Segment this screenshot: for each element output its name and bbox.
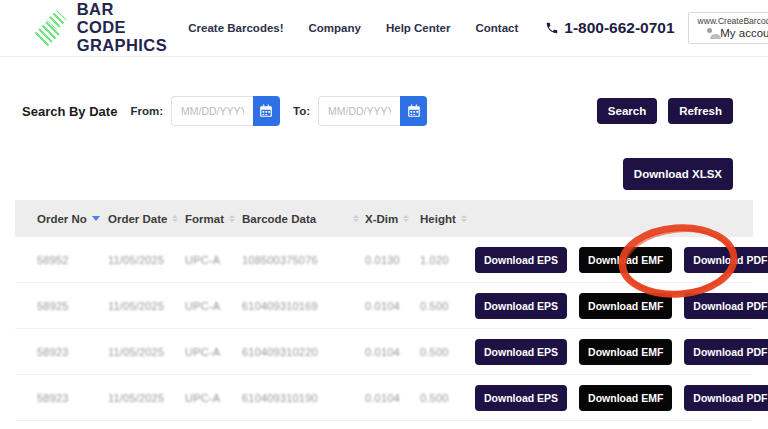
column-header-order-no[interactable]: Order No: [37, 213, 108, 225]
download-xlsx-button[interactable]: Download XLSX: [623, 158, 733, 190]
to-date-group: [318, 96, 427, 126]
download-pdf-button[interactable]: Download PDF: [684, 293, 768, 319]
sort-icon: [461, 215, 467, 223]
table-header-row: Order No Order Date Format Barcode Data …: [15, 200, 753, 237]
nav-help-center[interactable]: Help Center: [386, 22, 451, 34]
sort-icon: [229, 215, 235, 223]
format-cell: UPC-A: [185, 346, 242, 358]
x-dim-cell: 0.0130: [365, 254, 420, 266]
search-by-date-label: Search By Date: [22, 104, 117, 119]
order-no-cell: 58923: [37, 346, 108, 358]
column-header-x-dim[interactable]: X-Dim: [365, 213, 420, 225]
to-calendar-button[interactable]: [400, 96, 427, 126]
search-button[interactable]: Search: [597, 98, 657, 124]
height-cell: 0.500: [420, 300, 472, 312]
download-emf-button[interactable]: Download EMF: [579, 339, 672, 365]
table-row: 58923 11/05/2025 UPC-A 610409310190 0.01…: [15, 375, 753, 421]
download-pdf-button[interactable]: Download PDF: [684, 247, 768, 273]
row-actions: Download EPS Download EMF Download PDF: [472, 293, 768, 319]
table-row: 58952 11/05/2025 UPC-A 108500375076 0.01…: [15, 237, 753, 283]
from-date-input[interactable]: [171, 96, 253, 126]
sort-icon: [353, 215, 359, 223]
table-row: 58923 11/05/2025 UPC-A 610409310220 0.01…: [15, 329, 753, 375]
download-pdf-button[interactable]: Download PDF: [684, 385, 768, 411]
nav-contact[interactable]: Contact: [475, 22, 518, 34]
format-cell: UPC-A: [185, 392, 242, 404]
height-cell: 1.020: [420, 254, 472, 266]
from-calendar-button[interactable]: [253, 96, 280, 126]
barcode-data-cell: 108500375076: [242, 254, 365, 266]
table-body: 58952 11/05/2025 UPC-A 108500375076 0.01…: [15, 237, 753, 421]
order-no-cell: 58923: [37, 392, 108, 404]
order-date-cell: 11/05/2025: [108, 392, 185, 404]
format-cell: UPC-A: [185, 254, 242, 266]
barcode-data-cell: 610409310220: [242, 346, 365, 358]
from-label: From:: [130, 105, 163, 117]
order-no-cell: 58925: [37, 300, 108, 312]
sort-desc-icon: [92, 216, 100, 221]
user-icon: [704, 28, 715, 39]
x-dim-cell: 0.0104: [365, 346, 420, 358]
phone-icon: [545, 21, 559, 35]
company-logo[interactable]: BAR CODE GRAPHICS: [34, 1, 167, 54]
top-header: BAR CODE GRAPHICS Create Barcodes! Compa…: [0, 0, 768, 57]
nav-company[interactable]: Company: [309, 22, 361, 34]
to-date-input[interactable]: [318, 96, 400, 126]
order-date-cell: 11/05/2025: [108, 254, 185, 266]
orders-table: Order No Order Date Format Barcode Data …: [15, 200, 753, 421]
download-emf-button[interactable]: Download EMF: [579, 247, 672, 273]
nav-create-barcodes[interactable]: Create Barcodes!: [188, 22, 283, 34]
download-eps-button[interactable]: Download EPS: [475, 247, 567, 273]
x-dim-cell: 0.0104: [365, 300, 420, 312]
height-cell: 0.500: [420, 392, 472, 404]
from-date-group: [171, 96, 280, 126]
logo-text: BAR CODE GRAPHICS: [77, 1, 168, 54]
row-actions: Download EPS Download EMF Download PDF: [472, 339, 768, 365]
main-nav: Create Barcodes! Company Help Center Con…: [188, 22, 518, 34]
order-date-cell: 11/05/2025: [108, 300, 185, 312]
row-actions: Download EPS Download EMF Download PDF: [472, 385, 768, 411]
search-actions: Search Refresh: [597, 98, 733, 124]
x-dim-cell: 0.0104: [365, 392, 420, 404]
table-row: 58925 11/05/2025 UPC-A 610409310169 0.01…: [15, 283, 753, 329]
order-date-cell: 11/05/2025: [108, 346, 185, 358]
download-eps-button[interactable]: Download EPS: [475, 385, 567, 411]
row-actions: Download EPS Download EMF Download PDF: [472, 247, 768, 273]
format-cell: UPC-A: [185, 300, 242, 312]
download-pdf-button[interactable]: Download PDF: [684, 339, 768, 365]
order-no-cell: 58952: [37, 254, 108, 266]
column-header-order-date[interactable]: Order Date: [108, 213, 185, 225]
calendar-icon: [407, 104, 421, 118]
column-header-barcode-data[interactable]: Barcode Data: [242, 213, 365, 225]
calendar-icon: [259, 104, 273, 118]
height-cell: 0.500: [420, 346, 472, 358]
download-emf-button[interactable]: Download EMF: [579, 293, 672, 319]
barcode-data-cell: 610409310169: [242, 300, 365, 312]
barcode-data-cell: 610409310190: [242, 392, 365, 404]
column-header-format[interactable]: Format: [185, 213, 242, 225]
account-site-url: www.CreateBarcodes.com: [698, 16, 768, 26]
refresh-button[interactable]: Refresh: [668, 98, 733, 124]
barcode-graphics-logo-icon: [34, 9, 68, 47]
search-by-date-bar: Search By Date From: To: Search Refresh: [22, 96, 733, 126]
phone-link[interactable]: 1-800-662-0701: [545, 19, 674, 37]
my-account-label: My account: [720, 27, 768, 39]
to-label: To:: [293, 105, 310, 117]
download-eps-button[interactable]: Download EPS: [475, 339, 567, 365]
logo-line-1: BAR CODE: [77, 1, 168, 37]
column-header-height[interactable]: Height: [420, 213, 472, 225]
download-emf-button[interactable]: Download EMF: [579, 385, 672, 411]
logo-line-2: GRAPHICS: [77, 37, 168, 55]
download-eps-button[interactable]: Download EPS: [475, 293, 567, 319]
sort-icon: [403, 215, 409, 223]
sort-icon: [172, 215, 178, 223]
phone-number: 1-800-662-0701: [564, 19, 674, 37]
my-account-menu[interactable]: www.CreateBarcodes.com My account: [688, 12, 768, 44]
